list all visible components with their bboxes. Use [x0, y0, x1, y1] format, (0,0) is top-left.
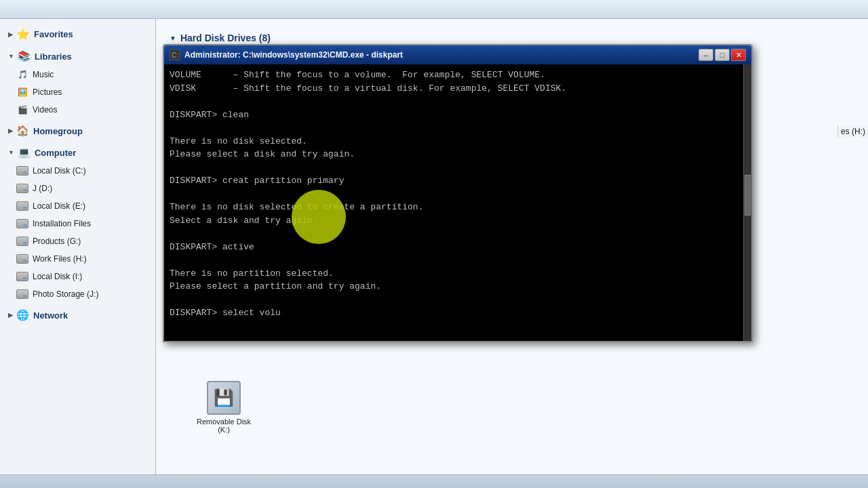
- sidebar-item-label: Pictures: [33, 87, 62, 97]
- cmd-line-6: There is no disk selected.: [170, 135, 746, 148]
- sidebar-item-j-d[interactable]: J (D:): [0, 180, 155, 197]
- music-icon: 🎵: [16, 68, 28, 81]
- cmd-line-7: Please select a disk and try again.: [170, 148, 746, 161]
- section-label: Hard Disk Drives (8): [180, 33, 271, 43]
- drive-install-icon: [16, 218, 28, 230]
- cmd-line-4: DISKPART> clean: [170, 108, 746, 122]
- sidebar-section-favorites: ▶ ⭐ Favorites: [0, 24, 155, 44]
- drive-c-icon: [16, 165, 28, 177]
- cmd-icon: C:: [170, 49, 180, 60]
- cmd-line-16: There is no partition selected.: [170, 267, 746, 281]
- sidebar-item-label: Local Disk (C:): [33, 166, 86, 176]
- sidebar-section-homegroup: ▶ 🏠 Homegroup: [0, 121, 155, 140]
- cmd-titlebar: C: Administrator: C:\windows\system32\CM…: [164, 45, 751, 64]
- cmd-title: Administrator: C:\windows\system32\CMD.e…: [184, 50, 698, 60]
- hard-disk-drives-header: ▼ Hard Disk Drives (8): [170, 33, 854, 43]
- sidebar-item-label: J (D:): [33, 184, 52, 193]
- sidebar-item-label: Local Disk (I:): [33, 272, 82, 281]
- sidebar-section-libraries: ▼ 📚 Libraries 🎵 Music 🖼️ Pictures 🎬 Vide…: [0, 47, 155, 119]
- computer-icon: 💻: [18, 146, 31, 159]
- libraries-arrow: ▼: [8, 53, 14, 60]
- cmd-line-1: VOLUME – Shift the focus to a volume. Fo…: [170, 68, 746, 82]
- computer-arrow: ▼: [8, 149, 14, 156]
- star-icon: ⭐: [16, 28, 30, 41]
- sidebar-item-label: Installation Files: [33, 219, 91, 228]
- cmd-controls: – □ ✕: [698, 49, 746, 61]
- sidebar-item-local-disk-i[interactable]: Local Disk (I:): [0, 268, 155, 285]
- cmd-line-17: Please select a partition and try again.: [170, 280, 746, 293]
- sidebar-item-label: Products (G:): [33, 237, 81, 246]
- cmd-line-5: [170, 121, 746, 135]
- cmd-line-18: [170, 293, 746, 307]
- sidebar-item-label: Music: [33, 70, 54, 79]
- status-bar: [0, 474, 868, 488]
- sidebar-item-work-files-h[interactable]: Work Files (H:): [0, 250, 155, 268]
- drive-h-icon: [16, 253, 28, 265]
- cmd-line-19: DISKPART> select volu: [170, 306, 746, 320]
- drive-j-icon: [16, 288, 28, 300]
- sidebar-section-network: ▶ 🌐 Network: [0, 306, 155, 325]
- cmd-line-12: Select a disk and try again.: [170, 214, 746, 228]
- cmd-body[interactable]: VOLUME – Shift the focus to a volume. Fo…: [164, 64, 751, 341]
- cmd-line-3: [170, 95, 746, 108]
- maximize-button[interactable]: □: [715, 49, 730, 61]
- sidebar-computer-header[interactable]: ▼ 💻 Computer: [0, 143, 155, 162]
- cmd-line-2: VDISK – Shift the focus to a virtual dis…: [170, 82, 746, 96]
- computer-label: Computer: [35, 148, 76, 158]
- pictures-icon: 🖼️: [16, 86, 28, 98]
- sidebar-homegroup-header[interactable]: ▶ 🏠 Homegroup: [0, 121, 155, 140]
- favorites-label: Favorites: [34, 29, 73, 39]
- minimize-button[interactable]: –: [698, 49, 713, 61]
- homegroup-label: Homegroup: [33, 126, 83, 136]
- sidebar-network-header[interactable]: ▶ 🌐 Network: [0, 306, 155, 325]
- drive-g-icon: [16, 235, 28, 247]
- section-arrow: ▼: [170, 35, 176, 42]
- sidebar-item-local-disk-c[interactable]: Local Disk (C:): [0, 162, 155, 180]
- cmd-scrollbar-thumb[interactable]: [745, 175, 751, 216]
- partial-drive-label: es (H:): [837, 125, 868, 138]
- cmd-line-8: [170, 161, 746, 175]
- network-icon: 🌐: [16, 309, 29, 321]
- cmd-scrollbar[interactable]: [743, 64, 751, 341]
- cmd-line-13: [170, 227, 746, 241]
- sidebar-item-videos[interactable]: 🎬 Videos: [0, 101, 155, 119]
- close-button[interactable]: ✕: [731, 49, 746, 61]
- cmd-line-15: [170, 253, 746, 267]
- cmd-line-9: DISKPART> creat partition primary: [170, 174, 746, 188]
- sidebar-item-label: Work Files (H:): [33, 254, 87, 264]
- drive-e-icon: [16, 200, 28, 212]
- sidebar-item-label: Videos: [33, 105, 57, 115]
- videos-icon: 🎬: [16, 104, 28, 116]
- cmd-line-10: [170, 188, 746, 201]
- sidebar-item-products-g[interactable]: Products (G:): [0, 232, 155, 250]
- sidebar-item-label: Photo Storage (J:): [33, 289, 98, 299]
- cmd-window: C: Administrator: C:\windows\system32\CM…: [163, 44, 753, 342]
- sidebar-libraries-header[interactable]: ▼ 📚 Libraries: [0, 47, 155, 66]
- homegroup-icon: 🏠: [16, 125, 29, 137]
- sidebar-item-photo-storage[interactable]: Photo Storage (J:): [0, 285, 155, 303]
- favorites-arrow: ▶: [8, 31, 13, 38]
- sidebar-item-local-disk-e[interactable]: Local Disk (E:): [0, 197, 155, 215]
- top-bar: [0, 0, 868, 19]
- removable-disk-icon: 💾: [207, 381, 241, 415]
- sidebar-item-label: Local Disk (E:): [33, 201, 85, 211]
- libraries-icon: 📚: [18, 50, 31, 62]
- sidebar-item-installation-files[interactable]: Installation Files: [0, 215, 155, 232]
- removable-disk-label: Removable Disk(K:): [197, 418, 251, 434]
- sidebar-section-computer: ▼ 💻 Computer Local Disk (C:) J (D:) Loca…: [0, 143, 155, 303]
- libraries-label: Libraries: [35, 52, 72, 62]
- removable-disk-container[interactable]: 💾 Removable Disk(K:): [197, 381, 251, 434]
- sidebar: ▶ ⭐ Favorites ▼ 📚 Libraries 🎵 Music 🖼️ P…: [0, 19, 156, 474]
- network-arrow: ▶: [8, 312, 13, 319]
- sidebar-favorites-header[interactable]: ▶ ⭐ Favorites: [0, 24, 155, 44]
- drive-d-icon: [16, 182, 28, 195]
- network-label: Network: [33, 310, 68, 321]
- cmd-line-11: There is no disk selected to create a pa…: [170, 201, 746, 214]
- sidebar-item-pictures[interactable]: 🖼️ Pictures: [0, 83, 155, 101]
- cmd-line-14: DISKPART> active: [170, 241, 746, 254]
- homegroup-arrow: ▶: [8, 127, 13, 134]
- sidebar-item-music[interactable]: 🎵 Music: [0, 66, 155, 83]
- drive-i-icon: [16, 270, 28, 283]
